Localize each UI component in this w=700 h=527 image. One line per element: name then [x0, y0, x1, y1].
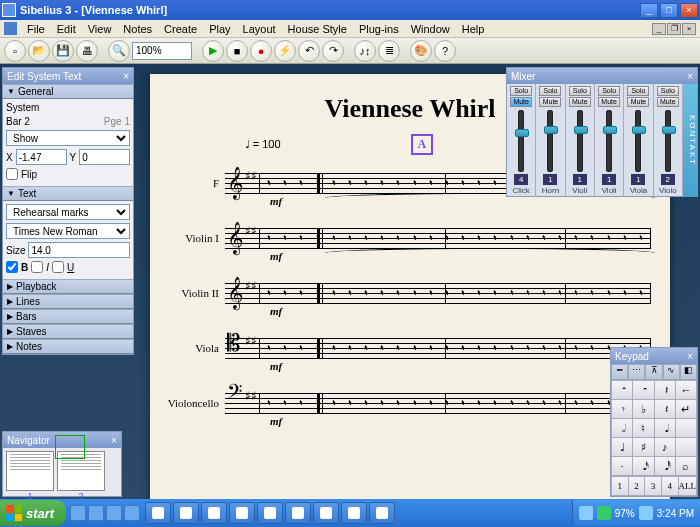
flip-checkbox[interactable] [6, 168, 18, 180]
mute-button[interactable]: Mute [569, 97, 591, 107]
tray-icon[interactable] [579, 506, 593, 520]
keypad-voice-button[interactable]: 4 [662, 477, 678, 495]
staff-row[interactable]: Violin II 𝄞 ♯♯ mf [165, 265, 655, 320]
keypad-button[interactable]: 𝅘𝅥 [655, 419, 675, 437]
menu-edit[interactable]: Edit [51, 21, 82, 37]
tray-cpu-icon[interactable] [597, 506, 611, 520]
staff-row[interactable]: Viola 𝄡 ♯♯ mf [165, 320, 655, 375]
keypad-button[interactable]: · [612, 457, 632, 475]
keypad-button[interactable]: 𝄻 [612, 381, 632, 399]
mute-button[interactable]: Mute [627, 97, 649, 107]
keypad-tab-4[interactable]: ∿ [663, 364, 680, 380]
zoom-input[interactable] [132, 42, 192, 60]
staff[interactable]: 𝄞 ♯♯ mf [225, 273, 655, 313]
taskbar-task[interactable] [313, 502, 339, 524]
section-notes[interactable]: ▶Notes [3, 339, 133, 354]
taskbar-task[interactable] [173, 502, 199, 524]
fader[interactable] [606, 110, 612, 172]
keypad-button[interactable]: ♭ [633, 400, 653, 418]
keypad-button[interactable]: ♮ [633, 419, 653, 437]
rewind-button[interactable]: ↶ [298, 40, 320, 62]
section-bars[interactable]: ▶Bars [3, 309, 133, 324]
underline-checkbox[interactable] [52, 261, 64, 273]
mute-button[interactable]: Mute [539, 97, 561, 107]
taskbar-task[interactable] [145, 502, 171, 524]
taskbar-task[interactable] [201, 502, 227, 524]
minimize-button[interactable]: _ [640, 3, 658, 18]
menu-play[interactable]: Play [203, 21, 236, 37]
menu-window[interactable]: Window [405, 21, 456, 37]
fader[interactable] [518, 110, 524, 172]
fader[interactable] [577, 110, 583, 172]
close-button[interactable]: × [680, 3, 698, 18]
quicklaunch-icon[interactable] [70, 505, 86, 521]
section-lines[interactable]: ▶Lines [3, 294, 133, 309]
taskbar-task[interactable] [369, 502, 395, 524]
bold-checkbox[interactable] [6, 261, 18, 273]
italic-checkbox[interactable] [31, 261, 43, 273]
staff-row[interactable]: Violoncello 𝄢 ♯♯ mf [165, 375, 655, 430]
solo-button[interactable]: Solo [657, 86, 679, 96]
record-button[interactable]: ● [250, 40, 272, 62]
doc-restore-button[interactable]: ❐ [667, 23, 681, 35]
menu-view[interactable]: View [82, 21, 118, 37]
properties-titlebar[interactable]: Edit System Text × [3, 68, 133, 84]
play-button[interactable]: ▶ [202, 40, 224, 62]
maximize-button[interactable]: □ [660, 3, 678, 18]
staff-row[interactable]: Violin I 𝄞 ♯♯ mf [165, 210, 655, 265]
menu-plugins[interactable]: Plug-ins [353, 21, 405, 37]
staff[interactable]: 𝄡 ♯♯ mf [225, 328, 655, 368]
keypad-voice-button[interactable]: 2 [629, 477, 645, 495]
nav-viewport-rect[interactable] [55, 435, 85, 459]
fader[interactable] [665, 110, 671, 172]
menu-layout[interactable]: Layout [237, 21, 282, 37]
mute-button[interactable]: Mute [510, 97, 532, 107]
keypad-button[interactable] [676, 438, 696, 456]
menu-housestyle[interactable]: House Style [282, 21, 353, 37]
keypad-tab-5[interactable]: ◧ [680, 364, 697, 380]
keypad-button[interactable]: 𝄽 [655, 400, 675, 418]
keypad-button[interactable]: ⌕ [676, 457, 696, 475]
mute-button[interactable]: Mute [657, 97, 679, 107]
save-button[interactable]: 💾 [52, 40, 74, 62]
keypad-button[interactable]: 𝄾 [612, 400, 632, 418]
start-button[interactable]: start [0, 500, 66, 526]
keypad-voice-button[interactable]: ALL [679, 477, 697, 495]
keypad-close-button[interactable]: × [687, 351, 693, 362]
transpose-button[interactable]: ♪↕ [354, 40, 376, 62]
solo-button[interactable]: Solo [510, 86, 532, 96]
keypad-titlebar[interactable]: Keypad× [611, 348, 697, 364]
keypad-button[interactable]: 𝅗𝅥 [612, 419, 632, 437]
keypad-button[interactable]: ♪ [655, 438, 675, 456]
keypad-voice-button[interactable]: 3 [645, 477, 661, 495]
new-button[interactable]: ▫ [4, 40, 26, 62]
quicklaunch-icon[interactable] [88, 505, 104, 521]
forward-button[interactable]: ↷ [322, 40, 344, 62]
keypad-button[interactable]: ← [676, 381, 696, 399]
fader[interactable] [547, 110, 553, 172]
menu-create[interactable]: Create [158, 21, 203, 37]
quicklaunch-icon[interactable] [106, 505, 122, 521]
keypad-button[interactable]: 𝄽 [655, 381, 675, 399]
menu-file[interactable]: File [21, 21, 51, 37]
keypad-button[interactable]: 𝅘𝅥𝅰 [655, 457, 675, 475]
section-text[interactable]: ▼Text [3, 186, 133, 201]
solo-button[interactable]: Solo [539, 86, 561, 96]
keypad-button[interactable]: ↵ [676, 400, 696, 418]
nav-page-1[interactable]: 1 [6, 451, 54, 491]
color-button[interactable]: 🎨 [410, 40, 432, 62]
section-staves[interactable]: ▶Staves [3, 324, 133, 339]
open-button[interactable]: 📂 [28, 40, 50, 62]
taskbar-task[interactable] [341, 502, 367, 524]
zoom-tool-button[interactable]: 🔍 [108, 40, 130, 62]
text-style-select[interactable]: Rehearsal marks [6, 204, 130, 220]
keypad-button[interactable]: ♯ [633, 438, 653, 456]
rehearsal-mark[interactable]: A [411, 134, 434, 155]
menu-help[interactable]: Help [456, 21, 491, 37]
taskbar-task[interactable] [285, 502, 311, 524]
keypad-tab-1[interactable]: ━ [611, 364, 628, 380]
keypad-button[interactable]: 𝅘𝅥𝅯 [633, 457, 653, 475]
solo-button[interactable]: Solo [569, 86, 591, 96]
menu-notes[interactable]: Notes [117, 21, 158, 37]
size-input[interactable] [28, 242, 130, 258]
